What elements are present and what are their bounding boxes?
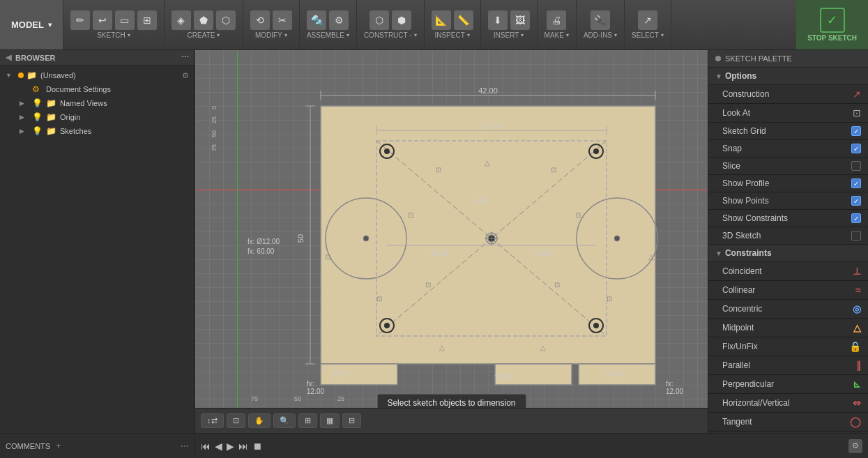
inspect-label[interactable]: INSPECT <box>434 31 469 39</box>
snap-checkbox[interactable]: ✓ <box>851 144 861 153</box>
play-start-button[interactable]: ⏮ <box>201 441 211 452</box>
stop-sketch-button[interactable]: ✓ STOP SKETCH <box>796 0 868 49</box>
constraints-section-header[interactable]: ▼ Constraints <box>708 245 868 262</box>
svg-text:12.00: 12.00 <box>307 388 324 395</box>
display-mode-button[interactable]: ⊞ <box>298 413 317 428</box>
browser-panel: ◀ BROWSER ⋯ ▼ 📁 (Unsaved) ⚙ ⚙ Document S… <box>0 50 195 433</box>
select-label[interactable]: SELECT <box>632 31 664 39</box>
browser-collapse-arrow[interactable]: ◀ <box>6 53 11 62</box>
fit-button[interactable]: ⊡ <box>227 413 245 428</box>
palette-row-3d-sketch[interactable]: 3D Sketch <box>708 227 868 245</box>
options-section-header[interactable]: ▼ Options <box>708 68 868 85</box>
collinear-icon: ≈ <box>855 284 861 296</box>
sketch-icon-4: ⊞ <box>137 10 157 30</box>
construction-label: Construction <box>722 89 769 99</box>
toolbar-group-select[interactable]: ↗ SELECT <box>625 0 671 49</box>
palette-row-show-points[interactable]: Show Points ✓ <box>708 192 868 210</box>
play-back-button[interactable]: ◀ <box>215 441 222 452</box>
assemble-label[interactable]: ASSEMBLE <box>307 31 349 39</box>
constraint-fix-unfix[interactable]: Fix/UnFix 🔒 <box>708 337 868 356</box>
parallel-icon: ∥ <box>856 360 861 371</box>
tree-item-unsaved[interactable]: ▼ 📁 (Unsaved) ⚙ <box>0 68 195 82</box>
viewport-bottom-toolbar: ↕⇄ ⊡ ✋ 🔍 ⊞ ▦ ⊟ <box>195 408 708 433</box>
make-icon-1: 🖨 <box>547 10 566 30</box>
browser-header: ◀ BROWSER ⋯ <box>0 50 195 66</box>
palette-row-sketch-grid[interactable]: Sketch Grid ✓ <box>708 123 868 140</box>
tree-item-doc-settings[interactable]: ⚙ Document Settings <box>0 82 195 96</box>
make-label[interactable]: MAKE <box>545 31 569 39</box>
constraint-collinear[interactable]: Collinear ≈ <box>708 281 868 300</box>
show-profile-label: Show Profile <box>722 178 769 188</box>
tree-arrow-named: ▶ <box>20 100 29 107</box>
unsaved-settings-icon[interactable]: ⚙ <box>182 71 189 80</box>
show-profile-checkbox[interactable]: ✓ <box>851 178 861 188</box>
toolbar-group-sketch[interactable]: ✏ ↩ ▭ ⊞ SKETCH <box>63 0 165 49</box>
construct-label[interactable]: CONSTRUCT - <box>364 31 417 39</box>
toolbar-group-modify[interactable]: ⟲ ✂ MODIFY <box>243 0 300 49</box>
tree-item-sketches[interactable]: ▶ 💡 📁 Sketches <box>0 124 195 138</box>
toolbar-group-make[interactable]: 🖨 MAKE <box>538 0 577 49</box>
show-points-label: Show Points <box>722 196 769 206</box>
toolbar-group-add-ins[interactable]: 🔌 ADD-INS <box>577 0 625 49</box>
toolbar-group-assemble[interactable]: 🔩 ⚙ ASSEMBLE <box>300 0 357 49</box>
create-label[interactable]: CREATE <box>188 31 220 39</box>
comments-bar: COMMENTS + ⋯ <box>0 433 195 458</box>
show-points-checkbox[interactable]: ✓ <box>851 196 861 206</box>
3d-sketch-checkbox[interactable] <box>851 231 861 241</box>
palette-row-show-profile[interactable]: Show Profile ✓ <box>708 175 868 192</box>
add-ins-label[interactable]: ADD-INS <box>584 31 617 39</box>
svg-text:10.00: 10.00 <box>331 370 349 378</box>
viewport[interactable]: 75 50 25 0 7550250 42.00 31.00 <box>195 50 708 433</box>
constraint-parallel[interactable]: Parallel ∥ <box>708 356 868 375</box>
slice-checkbox[interactable] <box>851 161 861 171</box>
palette-row-snap[interactable]: Snap ✓ <box>708 140 868 158</box>
constraint-concentric[interactable]: Concentric ◎ <box>708 300 868 319</box>
toolbar-group-insert[interactable]: ⬇ 🖼 INSERT <box>481 0 538 49</box>
zoom-button[interactable]: 🔍 <box>273 413 296 428</box>
stop-sketch-label: STOP SKETCH <box>807 34 857 42</box>
toolbar-group-inspect[interactable]: 📐 📏 INSPECT <box>425 0 481 49</box>
sketch-label[interactable]: SKETCH <box>97 31 130 39</box>
play-forward-button[interactable]: ▶ <box>227 441 234 452</box>
grid-button[interactable]: ▦ <box>320 413 340 428</box>
model-button[interactable]: MODEL <box>0 0 63 49</box>
constraint-coincident[interactable]: Coincident ⊥ <box>708 262 868 281</box>
palette-row-construction[interactable]: Construction ↗ <box>708 85 868 104</box>
pan-button[interactable]: ✋ <box>248 413 271 428</box>
named-views-folder-icon: 📁 <box>46 98 57 108</box>
comments-options-icon[interactable]: ⋯ <box>181 441 189 451</box>
insert-label[interactable]: INSERT <box>494 31 524 39</box>
constraints-arrow: ▼ <box>715 250 722 257</box>
sketch-grid-checkbox[interactable]: ✓ <box>851 126 861 136</box>
play-stop-button[interactable]: ⏹ <box>252 441 262 452</box>
toolbar-group-construct[interactable]: ⬡ ⬢ CONSTRUCT - <box>357 0 425 49</box>
constraint-tangent[interactable]: Tangent ◯ <box>708 413 868 432</box>
constraint-perpendicular[interactable]: Perpendicular ⊾ <box>708 375 868 394</box>
tree-item-named-views[interactable]: ▶ 💡 📁 Named Views <box>0 96 195 110</box>
constraint-horizontal-vertical[interactable]: Horizontal/Vertical ⇔ <box>708 394 868 413</box>
browser-options-icon[interactable]: ⋯ <box>181 53 189 62</box>
horizontal-vertical-icon: ⇔ <box>853 397 861 409</box>
play-end-button[interactable]: ⏭ <box>238 441 248 452</box>
svg-text:12.00: 12.00 <box>666 388 683 395</box>
palette-header: SKETCH PALETTE <box>708 50 868 68</box>
toolbar-group-create[interactable]: ◈ ⬟ ⬡ CREATE <box>165 0 243 49</box>
tree-item-origin[interactable]: ▶ 💡 📁 Origin <box>0 110 195 124</box>
show-constraints-checkbox[interactable]: ✓ <box>851 213 861 223</box>
parallel-label: Parallel <box>722 360 750 370</box>
settings-button[interactable]: ⊟ <box>342 413 361 428</box>
svg-text:25.00: 25.00 <box>535 250 552 257</box>
modify-label[interactable]: MODIFY <box>255 31 287 39</box>
palette-row-show-constraints[interactable]: Show Constraints ✓ <box>708 210 868 227</box>
construction-ctrl: ↗ <box>853 89 861 100</box>
named-views-bulb-icon: 💡 <box>32 98 43 108</box>
tangent-label: Tangent <box>722 417 752 427</box>
palette-row-look-at[interactable]: Look At ⊡ <box>708 104 868 123</box>
palette-row-slice[interactable]: Slice <box>708 158 868 175</box>
browser-title: BROWSER <box>15 54 55 62</box>
orbit-button[interactable]: ↕⇄ <box>201 413 224 428</box>
comments-add-icon[interactable]: + <box>56 441 61 451</box>
timeline-settings-icon[interactable]: ⚙ <box>848 439 862 453</box>
svg-text:⊡: ⊡ <box>325 253 330 261</box>
constraint-midpoint[interactable]: Midpoint △ <box>708 319 868 337</box>
